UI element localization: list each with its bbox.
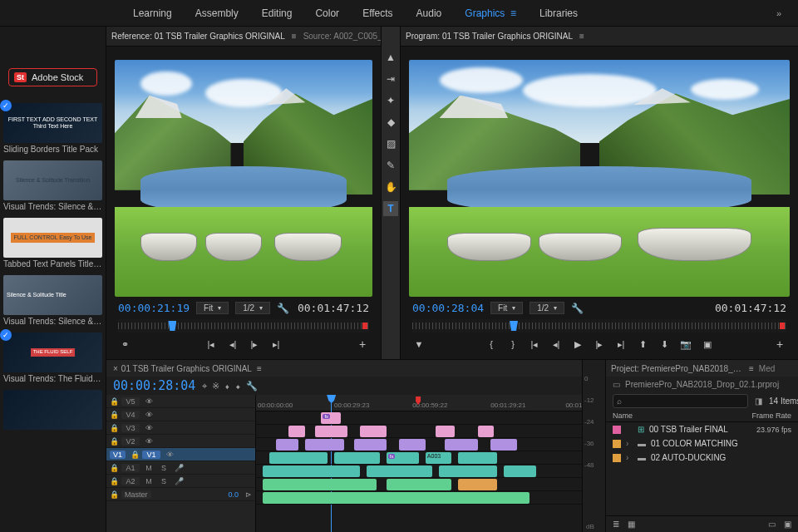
step-back-icon[interactable]: ◂|: [226, 337, 239, 351]
extract-icon[interactable]: ⬇: [658, 337, 671, 351]
step-fwd-icon[interactable]: |▸: [248, 337, 261, 351]
project-item[interactable]: › ▬ 02 AUTO-DUCKING: [606, 451, 798, 465]
pen-tool-icon[interactable]: ✎: [383, 158, 398, 173]
template-card[interactable]: [3, 390, 102, 430]
wrench-icon[interactable]: 🔧: [571, 303, 584, 314]
prog-scrub-bar[interactable]: [412, 319, 786, 332]
ws-tab-color[interactable]: Color: [315, 7, 339, 19]
settings-icon[interactable]: ⬥: [235, 381, 241, 392]
time-ruler[interactable]: 00:00:00:00 00:00:29:23 00:00:59:22 00:0…: [256, 395, 582, 411]
wrench-icon[interactable]: 🔧: [246, 381, 258, 392]
mark-in-icon[interactable]: |◂: [204, 337, 218, 351]
ref-tab-active[interactable]: Reference: 01 TSB Trailer Graphics ORIGI…: [111, 32, 285, 41]
filter-icon[interactable]: ◨: [755, 397, 762, 406]
col-name[interactable]: Name: [613, 411, 751, 420]
prog-tab[interactable]: Program: 01 TSB Trailer Graphics ORIGINA…: [406, 32, 573, 41]
ws-overflow-icon[interactable]: »: [776, 8, 781, 18]
gang-icon[interactable]: ⚭: [118, 337, 131, 351]
panel-menu-icon[interactable]: ≡: [257, 364, 262, 373]
track-select-tool-icon[interactable]: ⇥: [383, 71, 398, 86]
ws-tab-effects[interactable]: Effects: [362, 7, 392, 19]
ref-scrub-bar[interactable]: [118, 319, 369, 332]
col-framerate[interactable]: Frame Rate: [751, 411, 791, 420]
selection-tool-icon[interactable]: ▲: [383, 50, 398, 65]
step-back-icon[interactable]: ◂|: [549, 337, 563, 351]
marker-icon[interactable]: ⬧: [224, 381, 230, 392]
lock-icon[interactable]: 🔒: [131, 451, 139, 459]
step-fwd-icon[interactable]: |▸: [593, 337, 606, 351]
lock-icon[interactable]: 🔒: [110, 397, 118, 406]
project-item[interactable]: ⊞ 00 TSB Trailer FINAL 23.976 fps: [606, 422, 798, 436]
program-viewport[interactable]: [409, 60, 790, 297]
add-button-icon[interactable]: +: [773, 337, 786, 351]
close-icon[interactable]: ×: [113, 364, 118, 373]
link-icon[interactable]: ※: [212, 381, 219, 392]
ripple-tool-icon[interactable]: ✦: [383, 93, 398, 108]
template-card[interactable]: ✓THE FLUID SELF Visual Trends: The Fluid…: [3, 332, 102, 383]
play-icon[interactable]: ▶: [571, 337, 584, 351]
template-card[interactable]: Silence & Solitude Title Visual Trends: …: [3, 275, 102, 326]
list-view-icon[interactable]: ≣: [613, 520, 619, 529]
adobe-stock-badge[interactable]: St Adobe Stock: [8, 68, 97, 86]
comparison-icon[interactable]: ▣: [701, 337, 714, 351]
ws-tab-assembly[interactable]: Assembly: [195, 7, 239, 19]
ws-tab-learning[interactable]: Learning: [133, 7, 172, 19]
eye-icon[interactable]: 👁: [143, 397, 155, 406]
project-tab[interactable]: Project: PremierePro_NAB2018_Drop_02.1: [611, 364, 744, 373]
mic-icon[interactable]: 🎤: [173, 477, 185, 485]
eye-icon[interactable]: 👁: [143, 437, 155, 446]
rate-tool-icon[interactable]: ▨: [383, 136, 398, 151]
ref-fit-select[interactable]: Fit: [196, 302, 229, 314]
timeline-tracks[interactable]: 00:00:00:00 00:00:29:23 00:00:59:22 00:0…: [256, 395, 582, 532]
lock-icon[interactable]: 🔒: [110, 477, 118, 485]
ref-res-select[interactable]: 1/2: [235, 302, 270, 314]
marker-icon[interactable]: ▼: [412, 337, 426, 351]
in-icon[interactable]: {: [485, 337, 498, 351]
lock-icon[interactable]: 🔒: [110, 464, 118, 472]
out-icon[interactable]: }: [506, 337, 520, 351]
chevron-right-icon[interactable]: ›: [626, 453, 633, 462]
type-tool-icon[interactable]: T: [383, 201, 398, 216]
prog-fit-select[interactable]: Fit: [490, 302, 523, 314]
lock-icon[interactable]: 🔒: [110, 437, 118, 446]
export-frame-icon[interactable]: 📷: [679, 337, 692, 351]
wrench-icon[interactable]: 🔧: [277, 303, 289, 314]
eye-icon[interactable]: 👁: [164, 451, 175, 459]
hand-tool-icon[interactable]: ✋: [383, 180, 398, 195]
mic-icon[interactable]: 🎤: [173, 464, 185, 472]
template-card[interactable]: Silence & Solitude Transition Visual Tre…: [3, 160, 102, 211]
lock-icon[interactable]: 🔒: [110, 424, 118, 432]
template-card[interactable]: FULL CONTROL Easy To Use Tabbed Text Pan…: [3, 218, 102, 268]
ws-tab-libraries[interactable]: Libraries: [539, 7, 578, 19]
go-out-icon[interactable]: ▸|: [614, 337, 628, 351]
ws-tab-editing[interactable]: Editing: [262, 7, 293, 19]
prog-res-select[interactable]: 1/2: [530, 302, 564, 314]
rolling-tool-icon[interactable]: ◆: [383, 115, 398, 130]
timeline-tab[interactable]: 01 TSB Trailer Graphics ORIGINAL: [121, 364, 252, 373]
panel-menu-icon[interactable]: ≡: [579, 32, 584, 41]
go-in-icon[interactable]: |◂: [528, 337, 541, 351]
project-item[interactable]: › ▬ 01 COLOR MATCHING: [606, 436, 798, 451]
chevron-right-icon[interactable]: ›: [626, 439, 633, 448]
project-search-input[interactable]: [613, 394, 748, 408]
new-bin-icon[interactable]: ▭: [768, 520, 776, 529]
panel-menu-icon[interactable]: ≡: [749, 364, 754, 373]
eye-icon[interactable]: 👁: [143, 411, 155, 419]
ref-timecode-in[interactable]: 00:00:21:19: [118, 302, 190, 314]
mark-out-icon[interactable]: ▸|: [269, 337, 283, 351]
reference-viewport[interactable]: [115, 60, 372, 297]
new-item-icon[interactable]: ▣: [784, 520, 791, 529]
lift-icon[interactable]: ⬆: [636, 337, 649, 351]
eye-icon[interactable]: 👁: [143, 424, 155, 432]
template-card[interactable]: ✓FIRST TEXT ADD SECOND TEXT Third Text H…: [3, 103, 102, 154]
timeline-timecode[interactable]: 00:00:28:04: [113, 378, 195, 393]
lock-icon[interactable]: 🔒: [110, 490, 118, 499]
prog-timecode-in[interactable]: 00:00:28:04: [412, 302, 484, 314]
ws-tab-audio[interactable]: Audio: [416, 7, 442, 19]
ws-tab-graphics[interactable]: Graphics ≡: [465, 7, 516, 19]
project-tab-2[interactable]: Med: [759, 364, 775, 373]
add-button-icon[interactable]: +: [356, 337, 369, 351]
snap-icon[interactable]: ⌖: [202, 381, 207, 392]
icon-view-icon[interactable]: ▦: [628, 520, 635, 529]
panel-menu-icon[interactable]: ≡: [292, 32, 297, 41]
